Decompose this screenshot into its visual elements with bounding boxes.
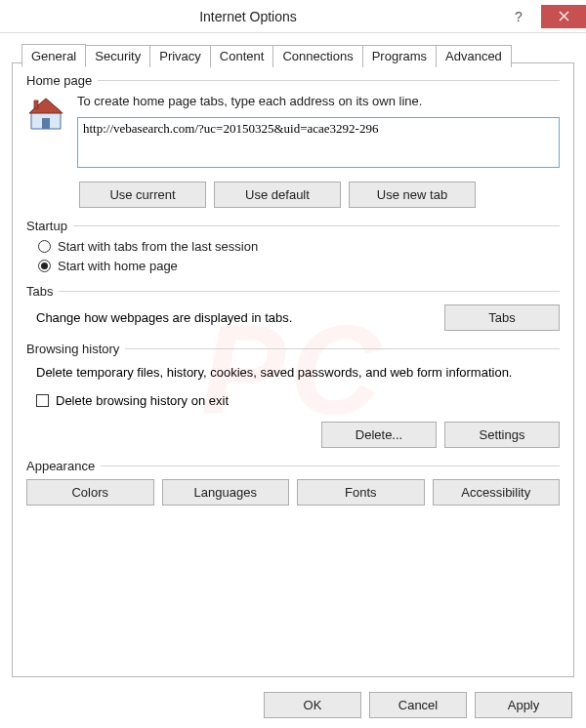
- radio-checked-icon: [38, 260, 51, 272]
- tab-strip: General Security Privacy Content Connect…: [21, 45, 576, 67]
- delete-on-exit-checkbox[interactable]: Delete browsing history on exit: [36, 393, 560, 408]
- general-panel: PC Home page To create home page tabs, t…: [12, 62, 574, 677]
- languages-button[interactable]: Languages: [162, 479, 290, 506]
- apply-button[interactable]: Apply: [475, 692, 572, 718]
- radio-icon: [38, 240, 51, 253]
- settings-button[interactable]: Settings: [444, 422, 560, 448]
- tab-programs[interactable]: Programs: [362, 45, 437, 67]
- delete-button[interactable]: Delete...: [321, 422, 437, 448]
- use-default-button[interactable]: Use default: [214, 182, 341, 208]
- tab-security[interactable]: Security: [85, 45, 150, 67]
- history-section: Browsing history Delete temporary files,…: [26, 342, 560, 448]
- close-button[interactable]: [541, 5, 586, 28]
- svg-rect-5: [42, 118, 50, 129]
- homepage-input[interactable]: [77, 117, 560, 168]
- titlebar: Internet Options ?: [0, 0, 586, 33]
- homepage-section: Home page To create home page tabs, type…: [26, 73, 560, 208]
- startup-title: Startup: [26, 219, 73, 233]
- tabs-section: Tabs Change how webpages are displayed i…: [26, 284, 560, 331]
- colors-button[interactable]: Colors: [26, 479, 154, 506]
- startup-last-label: Start with tabs from the last session: [58, 239, 258, 254]
- startup-home-label: Start with home page: [58, 259, 178, 273]
- use-new-tab-button[interactable]: Use new tab: [349, 182, 476, 208]
- cancel-button[interactable]: Cancel: [369, 692, 467, 718]
- fonts-button[interactable]: Fonts: [297, 479, 425, 506]
- use-current-button[interactable]: Use current: [79, 182, 206, 208]
- startup-home-radio[interactable]: Start with home page: [38, 259, 560, 273]
- tabs-desc: Change how webpages are displayed in tab…: [36, 310, 433, 325]
- tabs-button[interactable]: Tabs: [444, 304, 560, 331]
- home-icon: [26, 94, 65, 133]
- tab-advanced[interactable]: Advanced: [436, 45, 512, 67]
- accessibility-button[interactable]: Accessibility: [433, 479, 561, 506]
- tab-content[interactable]: Content: [210, 45, 274, 67]
- appearance-title: Appearance: [26, 459, 101, 473]
- tabs-title: Tabs: [26, 284, 59, 299]
- close-icon: [559, 11, 569, 21]
- homepage-title: Home page: [26, 73, 98, 88]
- tab-general[interactable]: General: [21, 44, 86, 67]
- startup-section: Startup Start with tabs from the last se…: [26, 219, 560, 273]
- help-button[interactable]: ?: [496, 5, 541, 28]
- tab-connections[interactable]: Connections: [272, 45, 362, 67]
- window-title: Internet Options: [0, 9, 496, 24]
- svg-rect-4: [34, 101, 38, 108]
- homepage-desc: To create home page tabs, type each addr…: [77, 94, 560, 108]
- tab-privacy[interactable]: Privacy: [149, 45, 211, 67]
- dialog-footer: OK Cancel Apply: [264, 692, 572, 718]
- checkbox-icon: [36, 394, 49, 407]
- appearance-section: Appearance Colors Languages Fonts Access…: [26, 459, 560, 506]
- ok-button[interactable]: OK: [264, 692, 361, 718]
- startup-last-radio[interactable]: Start with tabs from the last session: [38, 239, 560, 254]
- history-title: Browsing history: [26, 342, 125, 356]
- delete-on-exit-label: Delete browsing history on exit: [56, 393, 229, 408]
- history-desc: Delete temporary files, history, cookies…: [36, 364, 550, 382]
